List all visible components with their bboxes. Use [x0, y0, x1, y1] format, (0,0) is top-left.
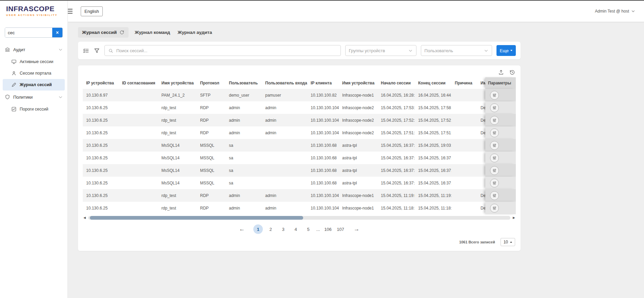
session-params-button[interactable]: [490, 141, 499, 150]
table-cell: [262, 139, 307, 152]
table-cell: admin: [226, 189, 262, 202]
language-button[interactable]: English: [81, 6, 103, 16]
sidebar-search-input[interactable]: [5, 28, 52, 37]
session-params-button[interactable]: [490, 179, 499, 187]
sidebar-item-session-log[interactable]: Журнал сессий: [3, 79, 65, 91]
sidebar-section-audit[interactable]: Аудит: [0, 43, 67, 56]
table-row[interactable]: 10.130.6.25rdp_testRDPadminadmin10.130.1…: [83, 101, 516, 114]
brand-logo: INFRASCOPE USER ACTIONS VISIBILITY: [0, 1, 67, 22]
column-header[interactable]: Имя устройства: [158, 77, 197, 89]
table-cell: RDP: [197, 202, 226, 214]
column-header[interactable]: Пользователь: [226, 77, 262, 89]
column-header[interactable]: Начало сессии: [377, 77, 415, 89]
table-row[interactable]: 10.130.6.25rdp_testRDPadminadmin10.130.1…: [83, 189, 516, 202]
table-cell: 16.04.2025, 16:44:29: [415, 89, 451, 101]
session-params-button[interactable]: [490, 91, 499, 100]
table-cell: [451, 177, 477, 189]
table-cell: [119, 177, 158, 189]
user-select[interactable]: Пользователь: [421, 45, 492, 56]
page-button-3[interactable]: 3: [278, 224, 288, 234]
sidebar-item-active-sessions[interactable]: Активные сессии: [3, 56, 65, 67]
tab-session-log[interactable]: Журнал сессий: [78, 27, 129, 38]
table-cell: sa: [226, 177, 262, 189]
page-button-4[interactable]: 4: [291, 224, 300, 234]
table-row[interactable]: 10.130.6.25MsSQL14MSSQLsa10.130.100.68as…: [83, 164, 516, 177]
column-header[interactable]: Конец сессии: [415, 77, 451, 89]
session-params-button[interactable]: [490, 103, 499, 112]
table-row[interactable]: 10.130.6.25MsSQL14MSSQLsa10.130.100.68as…: [83, 152, 516, 164]
column-header[interactable]: Им: [477, 77, 485, 89]
page-button-5[interactable]: 5: [304, 224, 313, 234]
params-cell: [485, 177, 516, 189]
session-params-button[interactable]: [490, 154, 499, 162]
session-params-button[interactable]: [490, 191, 499, 200]
table-cell: [451, 189, 477, 202]
column-header[interactable]: IP устройства: [83, 77, 119, 89]
table-cell: RDP: [197, 101, 226, 114]
column-header[interactable]: Имя устройства: [339, 77, 377, 89]
sidebar-item-label: Журнал сессий: [20, 82, 52, 87]
table-cell: 10.130.6.25: [83, 177, 119, 189]
table-cell: [477, 152, 485, 164]
table-cell: 15.04.2025, 16:37:05: [415, 177, 451, 189]
table-row[interactable]: 10.130.6.25MsSQL14MSSQLsa10.130.100.68as…: [83, 177, 516, 189]
column-header[interactable]: IP клиента: [307, 77, 339, 89]
table-cell: admin: [226, 101, 262, 114]
sidebar-item-session-thresholds[interactable]: Пороги сессий: [3, 103, 65, 115]
next-page-button[interactable]: →: [354, 226, 359, 233]
table-cell: sa: [226, 152, 262, 164]
table-row[interactable]: 10.130.6.25MsSQL14MSSQLsa10.130.100.68as…: [83, 139, 516, 152]
tab-audit-log[interactable]: Журнал аудита: [176, 27, 213, 38]
column-header[interactable]: ID согласования: [119, 77, 158, 89]
column-settings-button[interactable]: [83, 47, 89, 54]
table-cell: [451, 114, 477, 126]
table-cell: PAM_24.1_2: [158, 89, 197, 101]
column-header[interactable]: Пользователь входа: [262, 77, 307, 89]
tab-command-log[interactable]: Журнал команд: [133, 27, 171, 38]
session-params-button[interactable]: [490, 116, 499, 125]
page-button-107[interactable]: 107: [336, 224, 345, 234]
table-cell: Des: [477, 101, 485, 114]
table-row[interactable]: 10.130.6.25rdp_testRDPadminadmin10.130.1…: [83, 126, 516, 139]
session-params-button[interactable]: [490, 204, 499, 213]
export-icon[interactable]: [498, 69, 504, 75]
params-cell: [485, 202, 516, 214]
bank-icon: [5, 47, 10, 52]
table-row[interactable]: 10.130.6.25rdp_testRDPadminadmin10.130.1…: [83, 202, 516, 214]
table-cell: [119, 114, 158, 126]
scroll-right-icon[interactable]: ▶: [513, 216, 515, 219]
column-header[interactable]: Причина: [451, 77, 477, 89]
session-search-input[interactable]: [116, 48, 337, 53]
page-button-106[interactable]: 106: [323, 224, 333, 234]
clear-search-button[interactable]: ×: [52, 28, 62, 37]
scroll-left-icon[interactable]: ◀: [83, 216, 86, 219]
more-filters-button[interactable]: Еще: [496, 45, 516, 56]
table-cell: astra-tpl: [339, 164, 377, 177]
page-button-1[interactable]: 1: [253, 224, 263, 234]
table-cell: 15.04.2025, 17:53:08: [377, 101, 415, 114]
table-cell: 15.04.2025, 17:51:19: [377, 126, 415, 139]
user-menu[interactable]: Admin Test @ host: [595, 9, 635, 14]
chevron-down-icon: [484, 48, 488, 53]
table-row[interactable]: 10.130.6.25rdp_testRDPadminadmin10.130.1…: [83, 114, 516, 126]
filter-button[interactable]: [94, 47, 100, 54]
prev-page-button[interactable]: ←: [239, 226, 245, 233]
column-header[interactable]: Протокол: [197, 77, 226, 89]
scrollbar-thumb[interactable]: [90, 216, 303, 220]
history-icon[interactable]: [509, 69, 515, 75]
table-cell: MsSQL14: [158, 164, 197, 177]
topbar: English Admin Test @ host: [68, 1, 644, 22]
table-row[interactable]: 10.130.6.97PAM_24.1_2SFTPdemo_userpamuse…: [83, 89, 516, 101]
table-cell: 15.04.2025, 16:37:03: [377, 177, 415, 189]
session-params-button[interactable]: [490, 128, 499, 137]
params-cell: [485, 101, 516, 114]
session-params-button[interactable]: [490, 166, 499, 175]
sidebar-item-portal-sessions[interactable]: Сессии портала: [3, 67, 65, 79]
sidebar-section-policies[interactable]: Политики: [0, 91, 67, 103]
scrollbar-track[interactable]: [88, 216, 510, 220]
caret-down-icon: [510, 50, 512, 51]
device-groups-select[interactable]: Группы устройств: [345, 45, 416, 56]
page-size-select[interactable]: 10: [501, 238, 515, 246]
page-button-2[interactable]: 2: [266, 224, 275, 234]
params-cell: [485, 152, 516, 164]
